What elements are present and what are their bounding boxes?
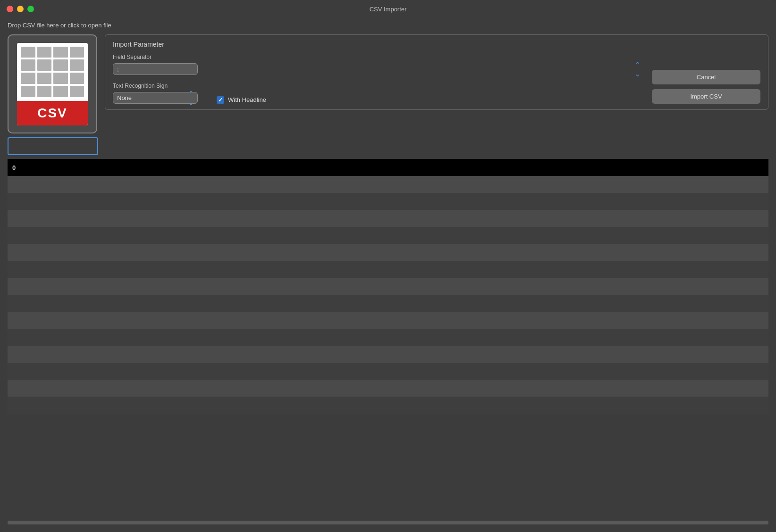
buttons-group: Cancel Import CSV bbox=[652, 68, 760, 104]
table-row bbox=[8, 193, 768, 210]
grid-cell bbox=[21, 47, 35, 58]
table-row bbox=[8, 261, 768, 278]
table-row bbox=[8, 329, 768, 346]
table-row bbox=[8, 244, 768, 261]
grid-cell bbox=[37, 47, 52, 58]
text-recognition-select[interactable]: None bbox=[113, 92, 198, 104]
field-separator-select[interactable]: ; bbox=[113, 63, 198, 75]
import-params-panel: Import Parameter Field Separator ; bbox=[105, 34, 768, 110]
minimize-button[interactable] bbox=[17, 6, 24, 12]
text-recognition-label: Text Recognition Sign bbox=[113, 83, 644, 89]
app-window: CSV Importer Drop CSV file here or click… bbox=[0, 0, 776, 532]
table-body bbox=[8, 176, 768, 520]
table-row bbox=[8, 295, 768, 312]
csv-drop-area[interactable]: CSV bbox=[8, 34, 97, 133]
csv-text: CSV bbox=[17, 101, 88, 125]
search-input[interactable] bbox=[8, 137, 98, 155]
csv-icon: CSV bbox=[17, 43, 88, 125]
csv-icon-grid bbox=[17, 43, 88, 101]
drop-label: Drop CSV file here or click to open file bbox=[8, 22, 768, 29]
text-recognition-group: Text Recognition Sign None ⌃⌄ bbox=[113, 83, 644, 104]
grid-cell bbox=[21, 73, 35, 84]
horizontal-scrollbar[interactable] bbox=[8, 521, 768, 524]
main-content: Drop CSV file here or click to open file bbox=[0, 18, 776, 532]
table-row bbox=[8, 278, 768, 295]
table-header-row: 0 bbox=[8, 159, 768, 176]
field-separator-arrow-icon: ⌃⌄ bbox=[634, 60, 641, 78]
grid-cell bbox=[70, 59, 84, 71]
grid-cell bbox=[53, 47, 68, 58]
grid-cell bbox=[53, 73, 68, 84]
table-row bbox=[8, 397, 768, 414]
text-recognition-row: None ⌃⌄ With Headline bbox=[113, 92, 644, 104]
grid-cell bbox=[37, 86, 52, 97]
text-recognition-wrapper: None ⌃⌄ bbox=[113, 92, 198, 104]
table-row bbox=[8, 363, 768, 380]
table-row bbox=[8, 380, 768, 397]
table-row bbox=[8, 227, 768, 244]
with-headline-text: With Headline bbox=[228, 96, 266, 103]
table-row bbox=[8, 176, 768, 193]
field-separator-group: Field Separator ; ⌃⌄ bbox=[113, 54, 644, 75]
with-headline-checkbox-label[interactable]: With Headline bbox=[217, 96, 266, 104]
traffic-lights bbox=[7, 6, 34, 12]
grid-cell bbox=[70, 47, 84, 58]
window-title: CSV Importer bbox=[370, 6, 407, 13]
import-params-title: Import Parameter bbox=[113, 41, 760, 48]
title-bar: CSV Importer bbox=[0, 0, 776, 18]
cancel-button[interactable]: Cancel bbox=[652, 70, 760, 84]
grid-cell bbox=[70, 86, 84, 97]
grid-cell bbox=[37, 73, 52, 84]
table-row bbox=[8, 210, 768, 227]
params-fields-row: Field Separator ; ⌃⌄ Text Re bbox=[113, 54, 760, 104]
grid-cell bbox=[70, 73, 84, 84]
search-bar-wrapper bbox=[8, 137, 768, 155]
grid-cell bbox=[53, 86, 68, 97]
table-row bbox=[8, 312, 768, 329]
data-table: 0 bbox=[8, 159, 768, 524]
grid-cell bbox=[21, 59, 35, 71]
top-section: CSV Import Parameter Field Separator bbox=[8, 34, 768, 133]
table-header-cell-0: 0 bbox=[12, 164, 16, 171]
grid-cell bbox=[37, 59, 52, 71]
grid-cell bbox=[21, 86, 35, 97]
close-button[interactable] bbox=[7, 6, 13, 12]
field-separator-wrapper: ; ⌃⌄ bbox=[113, 63, 644, 75]
params-inner: Field Separator ; ⌃⌄ Text Re bbox=[113, 54, 760, 104]
grid-cell bbox=[53, 59, 68, 71]
with-headline-checkbox[interactable] bbox=[217, 96, 224, 104]
maximize-button[interactable] bbox=[27, 6, 34, 12]
import-csv-button[interactable]: Import CSV bbox=[652, 89, 760, 104]
field-separator-label: Field Separator bbox=[113, 54, 644, 60]
left-params: Field Separator ; ⌃⌄ Text Re bbox=[113, 54, 644, 104]
table-row bbox=[8, 346, 768, 363]
